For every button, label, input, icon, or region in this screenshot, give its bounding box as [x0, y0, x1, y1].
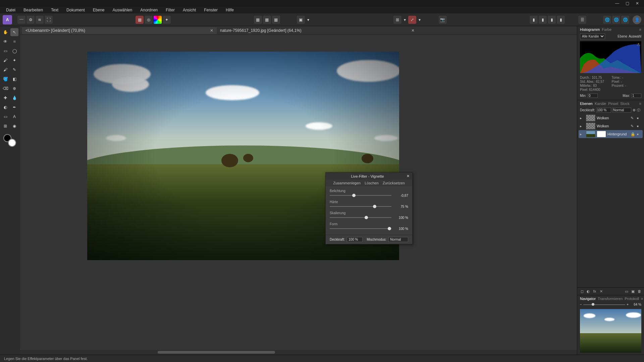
layer-blend-combo[interactable]: Normal	[612, 108, 631, 113]
live-filter-vignette-dialog[interactable]: Live-Filter - Vignette ✕ ZusammenlegenLö…	[325, 172, 413, 244]
tab-kanaele[interactable]: Kanäle	[595, 102, 606, 106]
menu-ebene[interactable]: Ebene	[90, 7, 108, 13]
tab-ebenen[interactable]: Ebenen	[580, 102, 593, 106]
histo-scope-auswahl[interactable]: Auswahl	[629, 35, 641, 38]
move-tool-icon[interactable]: ↖	[10, 28, 18, 36]
menu-bearbeiten[interactable]: Bearbeiten	[20, 7, 46, 13]
menu-anordnen[interactable]: Anordnen	[137, 7, 161, 13]
color-wheel-icon[interactable]	[154, 16, 162, 24]
lasso-tool-icon[interactable]: ◯	[10, 47, 18, 55]
layer-row[interactable]: ▸Wolken✎●	[579, 114, 643, 122]
maximize-button[interactable]: ▢	[622, 0, 632, 6]
fill-tool-icon[interactable]: 🪣	[1, 75, 9, 83]
gradient-tool-icon[interactable]: ◧	[10, 75, 18, 83]
align-r-icon[interactable]: ▮	[548, 16, 556, 24]
camera-icon[interactable]: 📷	[439, 16, 447, 24]
layer-name[interactable]: Wolken	[597, 124, 629, 128]
document-tab[interactable]: <Unbenannt> [Geändert] (70,8%)✕	[22, 27, 217, 34]
layer-row[interactable]: ▸Wolken✎●	[579, 122, 643, 130]
slider-form[interactable]	[330, 228, 391, 229]
menu-text[interactable]: Text	[48, 7, 62, 13]
globe-icon[interactable]: 🌐	[621, 16, 629, 24]
edit-icon[interactable]: ✎	[631, 124, 635, 128]
edit-icon[interactable]: ✎	[631, 116, 635, 120]
slider-value[interactable]: -0,87	[394, 194, 408, 197]
panel-menu-icon[interactable]: ≡	[639, 27, 641, 32]
mask-icon[interactable]: ◻	[579, 289, 585, 294]
layer-name[interactable]: Wolken	[597, 116, 629, 120]
minimize-button[interactable]: ―	[612, 0, 622, 6]
slider-härte[interactable]	[330, 206, 391, 207]
crop-doc-icon[interactable]: ⛶	[45, 16, 53, 24]
visibility-icon[interactable]: ●	[637, 124, 641, 128]
select-x-icon[interactable]: ▦	[263, 16, 271, 24]
visibility-icon[interactable]: ●	[637, 116, 641, 120]
menu-filter[interactable]: Filter	[162, 7, 178, 13]
delete-layer-icon[interactable]: 🗑	[637, 289, 642, 294]
selection-brush-icon[interactable]: 🖌	[1, 56, 9, 64]
fx-icon[interactable]: fx	[592, 289, 597, 294]
menu-hilfe[interactable]: Hilfe	[222, 7, 237, 13]
slider-thumb[interactable]	[373, 205, 376, 208]
fx-icon[interactable]: ⓘ	[637, 108, 640, 113]
tab-navigator[interactable]: Navigator	[580, 297, 596, 301]
view-tool-icon[interactable]: 👁	[1, 38, 9, 46]
add-layer-icon[interactable]: ▭	[624, 289, 629, 294]
layer-opacity-combo[interactable]: 100 %	[596, 108, 611, 113]
tab-farbe[interactable]: Farbe	[602, 27, 611, 32]
dialog-opacity-combo[interactable]: 100 %	[347, 237, 363, 242]
pen-tool-icon[interactable]: ✒	[10, 103, 18, 111]
tab-close-icon[interactable]: ✕	[210, 28, 213, 33]
visibility-icon[interactable]: ●	[637, 132, 641, 136]
align-c-icon[interactable]: ▮	[539, 16, 547, 24]
menu-ansicht[interactable]: Ansicht	[179, 7, 199, 13]
fill-red-icon[interactable]: ▦	[136, 16, 144, 24]
navigator-preview[interactable]	[580, 309, 641, 353]
document-tab[interactable]: nature-7595617_1920.jpg [Geändert] (64,1…	[217, 27, 418, 34]
flood-select-icon[interactable]: ✦	[10, 56, 18, 64]
tab-close-icon[interactable]: ✕	[411, 28, 415, 33]
tab-histogramm[interactable]: Histogramm	[580, 27, 600, 32]
layer-name[interactable]: Hintergrund	[607, 132, 629, 136]
grid-icon[interactable]: ⊞	[393, 16, 401, 24]
crop-tool-icon[interactable]: ⌗	[10, 38, 18, 46]
tab-protokoll[interactable]: Protokoll	[625, 297, 639, 301]
circle-icon[interactable]: ◎	[145, 16, 153, 24]
slider-thumb[interactable]	[365, 216, 368, 219]
menu-fenster[interactable]: Fenster	[201, 7, 221, 13]
dodge-tool-icon[interactable]: ◐	[1, 103, 9, 111]
globe-add-icon[interactable]: 🌐	[603, 16, 611, 24]
slider-value[interactable]: 100 %	[394, 216, 408, 220]
tab-stock[interactable]: Stock	[620, 102, 630, 106]
eraser-tool-icon[interactable]: ⌫	[1, 84, 9, 93]
filter-icon[interactable]: ✕	[598, 289, 604, 294]
marquee-tool-icon[interactable]: ▭	[1, 47, 9, 55]
slider-value[interactable]: 75 %	[394, 205, 408, 208]
mesh-tool-icon[interactable]: ⊞	[1, 122, 9, 130]
dropdown-chevron-icon[interactable]: ▾	[402, 16, 407, 24]
tab-pinsel[interactable]: Pinsel	[608, 102, 618, 106]
select-plus-icon[interactable]: ▦	[272, 16, 280, 24]
panel-menu-icon[interactable]: ≡	[641, 297, 643, 301]
dialog-action-löschen[interactable]: Löschen	[365, 181, 379, 185]
dialog-action-zusammenlegen[interactable]: Zusammenlegen	[333, 181, 361, 185]
pencil-tool-icon[interactable]: ✎	[10, 66, 18, 74]
dialog-action-zurücksetzen[interactable]: Zurücksetzen	[383, 181, 405, 185]
select-dashed-icon[interactable]: ▦	[254, 16, 262, 24]
menu-datei[interactable]: Datei	[3, 7, 19, 13]
color-swatch[interactable]	[3, 134, 16, 147]
tab-transformieren[interactable]: Transformieren	[598, 297, 623, 301]
dropdown-chevron-icon[interactable]: ▾	[417, 16, 422, 24]
panel-menu-icon[interactable]: ≡	[639, 102, 641, 106]
arrange-icon[interactable]: ☰	[578, 16, 586, 24]
align-l-icon[interactable]: ▮	[530, 16, 538, 24]
zoom-out-icon[interactable]: −	[580, 303, 582, 306]
picker-tool-icon[interactable]: ◉	[10, 122, 18, 130]
gear-icon[interactable]: ⚙	[26, 16, 35, 24]
layer-row[interactable]: ▸Hintergrund🔒●	[579, 130, 643, 138]
zoom-slider[interactable]	[583, 304, 625, 305]
adjustment-icon[interactable]: ◐	[586, 289, 591, 294]
user-avatar[interactable]: 👤	[633, 15, 641, 24]
clone-tool-icon[interactable]: ⊕	[10, 84, 18, 93]
align-j-icon[interactable]: ▮	[557, 16, 565, 24]
